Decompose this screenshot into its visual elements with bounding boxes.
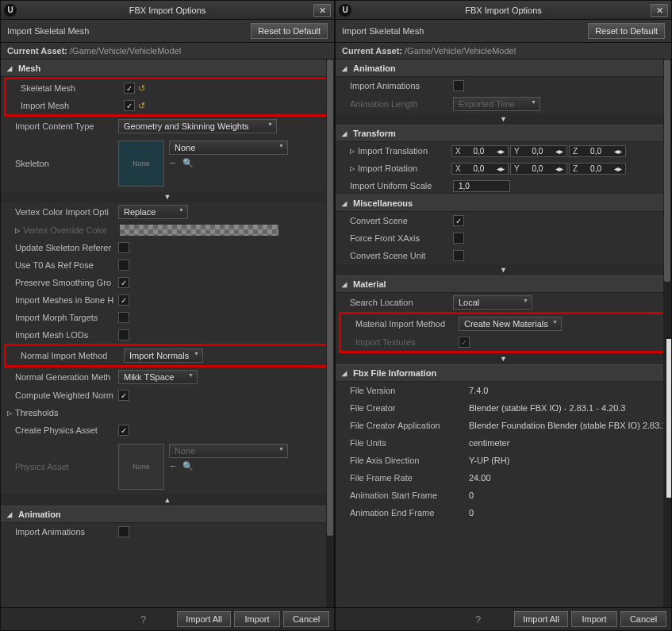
current-asset-path: /Game/Vehicle/VehicleModel [405, 46, 516, 56]
thresholds-label: Thresholds [15, 408, 118, 417]
vertex-color-import-dropdown[interactable]: Replace [118, 205, 188, 219]
vertex-override-color-label: Vertex Override Color [23, 225, 120, 235]
section-transform[interactable]: ◢Transform [336, 125, 671, 142]
import-animations-label: Import Animations [15, 527, 118, 537]
section-animation[interactable]: ◢Animation [1, 506, 334, 523]
close-button[interactable]: ✕ [313, 4, 331, 17]
cancel-button[interactable]: Cancel [283, 611, 329, 627]
collapse-icon: ◢ [342, 130, 350, 137]
reset-to-default-button[interactable]: Reset to Default [588, 23, 665, 39]
collapse-icon: ◢ [342, 65, 350, 72]
use-selected-icon[interactable]: ← [169, 158, 178, 168]
browse-icon[interactable]: 🔍 [182, 461, 194, 471]
translation-y-input[interactable]: Y0,0◂▸ [510, 145, 567, 157]
current-asset-label: Current Asset: [7, 46, 67, 56]
collapse-icon: ◢ [342, 370, 350, 377]
import-content-type-dropdown[interactable]: Geometry and Skinning Weights [118, 119, 277, 133]
import-button[interactable]: Import [571, 611, 617, 627]
normal-generation-dropdown[interactable]: Mikk TSpace [118, 370, 198, 384]
expand-down-icon[interactable]: ▼ [336, 114, 671, 125]
import-all-button[interactable]: Import All [514, 611, 568, 627]
scrollbar-highlight [666, 339, 671, 498]
import-meshes-bone-checkbox[interactable]: ✓ [118, 294, 129, 306]
expand-icon[interactable]: ▷ [350, 148, 358, 155]
physics-asset-thumbnail[interactable]: None [118, 444, 164, 490]
reset-icon[interactable]: ↺ [138, 101, 145, 111]
import-meshes-bone-label: Import Meshes in Bone H [15, 295, 118, 305]
expand-icon[interactable]: ▷ [7, 410, 15, 417]
update-skeleton-checkbox[interactable] [118, 242, 129, 253]
file-version-value: 7.4.0 [469, 386, 488, 395]
uniform-scale-input[interactable]: 1,0 [453, 180, 510, 192]
help-icon[interactable]: ? [340, 614, 511, 625]
current-asset-row: Current Asset: /Game/Vehicle/VehicleMode… [336, 43, 671, 60]
section-mesh[interactable]: ◢Mesh [1, 60, 334, 77]
translation-z-input[interactable]: Z0,0◂▸ [569, 145, 626, 157]
expand-down-icon[interactable]: ▼ [336, 264, 671, 275]
section-misc[interactable]: ◢Miscellaneous [336, 194, 671, 212]
convert-scene-unit-checkbox[interactable] [453, 250, 464, 261]
physics-asset-dropdown[interactable]: None [169, 444, 288, 458]
file-axis-direction-value: Y-UP (RH) [469, 456, 509, 465]
import-animations-checkbox[interactable] [118, 526, 129, 537]
collapse-icon: ◢ [342, 281, 350, 288]
import-animations-checkbox[interactable] [453, 80, 464, 91]
expand-icon[interactable]: ▷ [15, 227, 23, 234]
close-button[interactable]: ✕ [651, 4, 668, 17]
fbx-import-panel-right: U FBX Import Options ✕ Import Skeletal M… [335, 0, 672, 631]
create-physics-asset-checkbox[interactable]: ✓ [118, 425, 129, 436]
expand-icon[interactable]: ▷ [350, 165, 358, 172]
convert-scene-checkbox[interactable]: ✓ [453, 215, 464, 226]
animation-length-dropdown[interactable]: Exported Time [453, 97, 540, 111]
normal-import-method-dropdown[interactable]: Import Normals [124, 348, 203, 363]
reset-to-default-button[interactable]: Reset to Default [251, 23, 328, 39]
reset-icon[interactable]: ↺ [138, 83, 145, 94]
convert-scene-label: Convert Scene [350, 216, 453, 225]
animation-length-label: Animation Length [350, 99, 453, 109]
file-units-value: centimeter [469, 438, 509, 448]
rotation-z-input[interactable]: Z0,0◂▸ [569, 163, 626, 175]
section-animation[interactable]: ◢Animation [336, 60, 671, 77]
import-mesh-label: Import Mesh [21, 101, 124, 110]
translation-x-input[interactable]: X0,0◂▸ [451, 145, 509, 157]
import-morph-targets-label: Import Morph Targets [15, 313, 118, 322]
scrollbar[interactable] [663, 60, 671, 607]
use-t0-checkbox[interactable] [118, 260, 129, 271]
help-icon[interactable]: ? [6, 614, 174, 625]
scrollbar[interactable] [326, 60, 334, 607]
force-front-xaxis-checkbox[interactable] [453, 233, 464, 244]
expand-down-icon[interactable]: ▼ [336, 353, 671, 364]
section-fbx-info[interactable]: ◢Fbx File Information [336, 364, 671, 382]
expand-down-icon[interactable]: ▼ [1, 191, 334, 202]
import-uniform-scale-label: Import Uniform Scale [350, 181, 453, 190]
vertex-color-import-label: Vertex Color Import Opti [15, 207, 118, 217]
search-location-dropdown[interactable]: Local [453, 295, 532, 310]
import-all-button[interactable]: Import All [177, 611, 231, 627]
expand-up-icon[interactable]: ▲ [1, 494, 334, 506]
skeleton-dropdown[interactable]: None [169, 140, 288, 155]
physics-asset-label: Physics Asset [15, 462, 118, 471]
material-import-method-dropdown[interactable]: Create New Materials [459, 317, 562, 331]
file-axis-direction-label: File Axis Direction [350, 456, 469, 465]
create-physics-asset-label: Create Physics Asset [15, 425, 118, 435]
skeletal-mesh-checkbox[interactable]: ✓ [124, 83, 135, 94]
color-swatch[interactable] [120, 225, 278, 236]
subheader: Import Skeletal Mesh Reset to Default [1, 20, 334, 43]
browse-icon[interactable]: 🔍 [182, 158, 194, 168]
window-title: FBX Import Options [21, 6, 313, 15]
preserve-smoothing-checkbox[interactable]: ✓ [118, 277, 129, 288]
skeleton-thumbnail[interactable]: None [118, 140, 164, 187]
import-button[interactable]: Import [234, 611, 280, 627]
compute-weighted-checkbox[interactable]: ✓ [118, 390, 129, 401]
section-material[interactable]: ◢Material [336, 275, 671, 293]
import-mesh-checkbox[interactable]: ✓ [124, 100, 135, 111]
compute-weighted-label: Compute Weighted Norm [15, 391, 118, 400]
rotation-y-input[interactable]: Y0,0◂▸ [510, 163, 567, 175]
cancel-button[interactable]: Cancel [620, 611, 666, 627]
import-morph-targets-checkbox[interactable] [118, 312, 129, 323]
skeleton-label: Skeleton [15, 159, 118, 168]
use-selected-icon[interactable]: ← [169, 461, 178, 471]
import-mesh-lods-checkbox[interactable] [118, 329, 129, 341]
rotation-x-input[interactable]: X0,0◂▸ [451, 163, 509, 175]
import-textures-checkbox[interactable]: ✓ [459, 337, 470, 348]
